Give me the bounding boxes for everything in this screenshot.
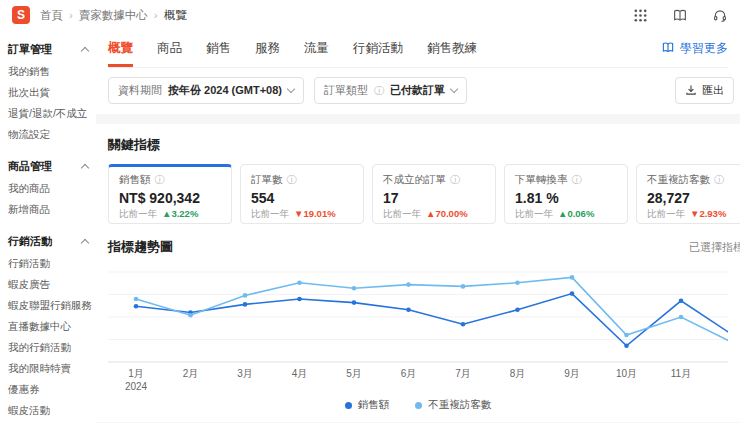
tab-sales[interactable]: 銷售 bbox=[206, 30, 231, 67]
sidebar-item-my-campaigns[interactable]: 我的行銷活動 bbox=[0, 337, 96, 358]
svg-text:11月: 11月 bbox=[671, 368, 691, 379]
metric-card-cancelled[interactable]: 不成立的訂單ⓘ 17 比前一年▲70.00% bbox=[372, 164, 496, 224]
metric-cards-row: 銷售額ⓘ NT$ 920,342 比前一年▲3.22% 訂單數ⓘ 554 比前一… bbox=[108, 164, 728, 224]
legend-item-visitors[interactable]: 不重複訪客數 bbox=[415, 398, 491, 412]
metric-label: 下單轉換率 bbox=[515, 173, 568, 187]
metric-delta: ▼19.01% bbox=[294, 208, 336, 221]
metric-label: 銷售額 bbox=[119, 173, 151, 187]
sidebar-item-shopee-events[interactable]: 蝦皮活動 bbox=[0, 400, 96, 421]
svg-text:8月: 8月 bbox=[510, 368, 526, 379]
legend-dot-sales bbox=[345, 402, 352, 409]
order-type-value: 已付款訂單 bbox=[390, 83, 445, 98]
metric-card-unique-visitors[interactable]: 不重複訪客數ⓘ 28,727 比前一年▼2.93% bbox=[636, 164, 740, 224]
metric-card-orders[interactable]: 訂單數ⓘ 554 比前一年▼19.01% bbox=[240, 164, 364, 224]
breadcrumb-item-seller-center[interactable]: 賣家數據中心 bbox=[79, 8, 148, 23]
sidebar-item-add-product[interactable]: 新增商品 bbox=[0, 199, 96, 220]
sidebar-section-title: 訂單管理 bbox=[8, 42, 52, 57]
key-metrics-title: 關鍵指標 bbox=[108, 136, 728, 154]
sidebar-section-order[interactable]: 訂單管理 bbox=[0, 36, 96, 61]
svg-text:3月: 3月 bbox=[237, 368, 253, 379]
sidebar-item-vouchers[interactable]: 優惠券 bbox=[0, 379, 96, 400]
info-icon[interactable]: ⓘ bbox=[714, 175, 724, 185]
topbar: S 首頁 › 賣家數據中心 › 概覽 bbox=[0, 0, 740, 30]
info-icon[interactable]: ⓘ bbox=[450, 175, 460, 185]
sidebar: 訂單管理 我的銷售 批次出貨 退貨/退款/不成立 物流設定 商品管理 我的商品 … bbox=[0, 30, 96, 423]
info-icon[interactable]: ⓘ bbox=[374, 86, 384, 96]
svg-text:9月: 9月 bbox=[564, 368, 580, 379]
breadcrumb-separator: › bbox=[154, 9, 158, 21]
svg-text:6月: 6月 bbox=[401, 368, 417, 379]
chevron-down-icon bbox=[450, 85, 458, 93]
breadcrumb-item-current: 概覽 bbox=[164, 8, 187, 23]
svg-text:1月: 1月 bbox=[128, 368, 144, 379]
sidebar-item-live-data[interactable]: 直播數據中心 bbox=[0, 316, 96, 337]
main-content: 概覽 商品 銷售 服務 流量 行銷活動 銷售教練 學習更多 資料期間 按年份 2… bbox=[96, 30, 740, 423]
svg-text:5月: 5月 bbox=[346, 368, 362, 379]
compare-label: 比前一年 bbox=[515, 208, 553, 221]
sidebar-section-marketing[interactable]: 行銷活動 bbox=[0, 228, 96, 253]
svg-text:7月: 7月 bbox=[455, 368, 471, 379]
learn-book-icon bbox=[661, 41, 675, 57]
guide-book-icon[interactable] bbox=[672, 8, 688, 23]
apps-grid-icon[interactable] bbox=[633, 8, 648, 23]
trend-title: 指標趨勢圖 bbox=[108, 238, 173, 256]
sidebar-item-my-sales[interactable]: 我的銷售 bbox=[0, 61, 96, 82]
svg-text:2024: 2024 bbox=[125, 381, 148, 392]
export-button[interactable]: 匯出 bbox=[675, 77, 734, 104]
metric-value: NT$ 920,342 bbox=[119, 190, 221, 206]
info-icon[interactable]: ⓘ bbox=[287, 175, 297, 185]
metric-delta: ▲0.06% bbox=[558, 208, 594, 221]
metric-value: 554 bbox=[251, 190, 353, 206]
legend-item-sales[interactable]: 銷售額 bbox=[345, 398, 390, 412]
sidebar-section-product[interactable]: 商品管理 bbox=[0, 153, 96, 178]
metric-label: 訂單數 bbox=[251, 173, 283, 187]
sidebar-item-my-products[interactable]: 我的商品 bbox=[0, 178, 96, 199]
download-icon bbox=[685, 84, 697, 98]
sidebar-item-affiliate[interactable]: 蝦皮聯盟行銷服務 bbox=[0, 295, 96, 316]
legend-label: 不重複訪客數 bbox=[428, 398, 491, 412]
metric-value: 28,727 bbox=[647, 190, 740, 206]
date-range-value: 按年份 2024 (GMT+08) bbox=[168, 83, 282, 98]
tab-products[interactable]: 商品 bbox=[157, 30, 182, 67]
tab-traffic[interactable]: 流量 bbox=[304, 30, 329, 67]
tab-sales-coach[interactable]: 銷售教練 bbox=[427, 30, 477, 67]
learn-more-label: 學習更多 bbox=[680, 40, 728, 57]
info-icon[interactable]: ⓘ bbox=[572, 175, 582, 185]
info-icon[interactable]: ⓘ bbox=[155, 175, 165, 185]
shopee-logo[interactable]: S bbox=[12, 6, 30, 24]
sidebar-item-flash-sale[interactable]: 我的限時特賣 bbox=[0, 358, 96, 379]
chevron-up-icon bbox=[81, 164, 89, 172]
chevron-up-icon bbox=[81, 239, 89, 247]
support-headset-icon[interactable] bbox=[712, 8, 728, 23]
tab-service[interactable]: 服務 bbox=[255, 30, 280, 67]
order-type-label: 訂單類型 bbox=[324, 83, 368, 98]
order-type-select[interactable]: 訂單類型 ⓘ 已付款訂單 bbox=[314, 77, 467, 104]
tab-bar: 概覽 商品 銷售 服務 流量 行銷活動 銷售教練 學習更多 bbox=[108, 30, 728, 68]
sidebar-item-batch-ship[interactable]: 批次出貨 bbox=[0, 82, 96, 103]
svg-text:4月: 4月 bbox=[292, 368, 308, 379]
chart-legend: 銷售額 不重複訪客數 bbox=[108, 398, 728, 412]
date-range-label: 資料期間 bbox=[118, 83, 162, 98]
selected-metrics-note: 已選擇指標 bbox=[689, 240, 740, 255]
sidebar-section-title: 商品管理 bbox=[8, 159, 52, 174]
metric-label: 不成立的訂單 bbox=[383, 173, 446, 187]
metric-card-conversion[interactable]: 下單轉換率ⓘ 1.81 % 比前一年▲0.06% bbox=[504, 164, 628, 224]
tab-overview[interactable]: 概覽 bbox=[108, 30, 133, 67]
filter-row: 資料期間 按年份 2024 (GMT+08) 訂單類型 ⓘ 已付款訂單 匯出 bbox=[108, 68, 728, 114]
svg-text:10月: 10月 bbox=[616, 368, 637, 379]
sidebar-section-title: 行銷活動 bbox=[8, 234, 52, 249]
sidebar-item-shopee-ads[interactable]: 蝦皮廣告 bbox=[0, 274, 96, 295]
sidebar-item-logistics[interactable]: 物流設定 bbox=[0, 124, 96, 145]
sidebar-item-returns[interactable]: 退貨/退款/不成立 bbox=[0, 103, 96, 124]
metric-card-sales[interactable]: 銷售額ⓘ NT$ 920,342 比前一年▲3.22% bbox=[108, 164, 232, 224]
sidebar-item-marketing[interactable]: 行銷活動 bbox=[0, 253, 96, 274]
legend-label: 銷售額 bbox=[358, 398, 390, 412]
breadcrumb-item-home[interactable]: 首頁 bbox=[40, 8, 63, 23]
compare-label: 比前一年 bbox=[647, 208, 685, 221]
chevron-down-icon bbox=[287, 85, 295, 93]
learn-more-link[interactable]: 學習更多 bbox=[661, 40, 728, 57]
date-range-select[interactable]: 資料期間 按年份 2024 (GMT+08) bbox=[108, 77, 304, 104]
trend-section-header: 指標趨勢圖 已選擇指標 bbox=[108, 238, 728, 256]
tab-marketing[interactable]: 行銷活動 bbox=[353, 30, 403, 67]
svg-text:2月: 2月 bbox=[183, 368, 199, 379]
